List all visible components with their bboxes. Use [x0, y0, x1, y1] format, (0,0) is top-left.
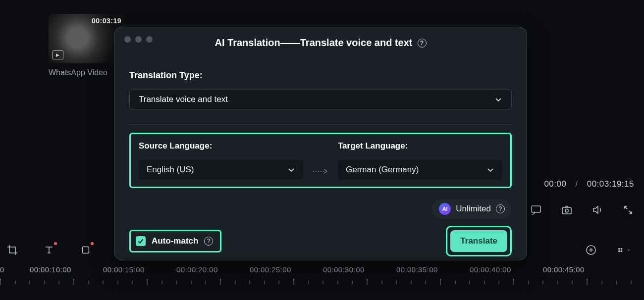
- translation-type-value: Translate voice and text: [139, 95, 228, 104]
- ruler-label: 00:00:15:00: [103, 265, 176, 274]
- track-view-icon[interactable]: [617, 244, 630, 256]
- svg-rect-1: [562, 207, 571, 214]
- ai-translation-dialog: AI Translation——Translate voice and text…: [114, 27, 527, 260]
- playback-total: 00:03:19:15: [587, 179, 634, 189]
- chevron-down-icon: [494, 96, 502, 103]
- target-language-value: German (Germany): [346, 165, 419, 175]
- volume-icon[interactable]: [591, 204, 603, 216]
- window-controls[interactable]: [124, 36, 153, 43]
- target-language-select[interactable]: German (Germany): [338, 160, 502, 180]
- svg-rect-10: [621, 251, 622, 252]
- chevron-down-icon: [287, 166, 295, 174]
- timeline-ruler[interactable]: 0 00:00:10:00 00:00:15:00 00:00:20:00 00…: [0, 265, 644, 295]
- translate-button-highlight: Translate: [446, 226, 512, 256]
- clip-duration: 00:03:19: [92, 17, 121, 25]
- svg-rect-5: [618, 248, 620, 249]
- chevron-down-icon: [486, 166, 494, 174]
- ruler-label: 00:00:25:00: [250, 265, 323, 274]
- clip-type-icon: ▶: [53, 50, 63, 59]
- ruler-label: 00:00:10:00: [30, 265, 103, 274]
- svg-point-2: [565, 209, 568, 212]
- translation-type-select[interactable]: Translate voice and text: [129, 90, 512, 109]
- arrow-right-icon: [303, 141, 338, 180]
- auto-match-highlight: Auto-match ?: [129, 230, 221, 252]
- media-caption: WhatsApp Video: [49, 68, 107, 77]
- svg-rect-6: [618, 250, 620, 250]
- target-language-label: Target Language:: [338, 141, 502, 151]
- unlimited-text: Unlimited: [456, 204, 491, 214]
- svg-rect-0: [532, 206, 540, 212]
- ruler-label: 00:00:35:00: [396, 265, 470, 274]
- ruler-label: 0: [0, 265, 30, 274]
- window-minimize-icon[interactable]: [135, 36, 142, 43]
- auto-match-label: Auto-match: [152, 236, 198, 246]
- svg-rect-7: [618, 251, 620, 252]
- dialog-title: AI Translation——Translate voice and text…: [129, 37, 512, 49]
- source-language-select[interactable]: English (US): [139, 160, 303, 180]
- help-icon[interactable]: ?: [204, 237, 213, 246]
- translation-type-label: Translation Type:: [129, 70, 512, 81]
- translate-button[interactable]: Translate: [450, 230, 507, 252]
- source-language-value: English (US): [147, 165, 194, 175]
- ai-badge-icon: AI: [439, 203, 451, 215]
- cast-screen-icon[interactable]: [530, 204, 542, 216]
- window-zoom-icon[interactable]: [146, 36, 153, 43]
- snapshot-icon[interactable]: [561, 204, 573, 216]
- fullscreen-icon[interactable]: [622, 204, 634, 216]
- language-selection-highlight: Source Language: English (US) Target Lan…: [129, 133, 512, 188]
- source-language-label: Source Language:: [139, 141, 303, 151]
- playback-current: 00:00: [544, 179, 566, 189]
- playback-separator: /: [575, 179, 578, 189]
- ruler-label: 00:00:30:00: [323, 265, 396, 274]
- svg-rect-8: [621, 248, 622, 249]
- ruler-label: 00:00:40:00: [470, 265, 543, 274]
- ruler-label: 00:00:45:00: [543, 265, 616, 274]
- shape-tool-icon[interactable]: [79, 244, 92, 256]
- playback-time-display: 00:00 / 00:03:19:15: [544, 179, 634, 189]
- ruler-label: 00:00:20:00: [176, 265, 250, 274]
- help-icon[interactable]: ?: [496, 204, 505, 213]
- add-marker-icon[interactable]: [585, 244, 597, 256]
- window-close-icon[interactable]: [124, 36, 131, 43]
- auto-match-checkbox[interactable]: [136, 236, 146, 246]
- help-icon[interactable]: ?: [418, 39, 427, 48]
- unlimited-credits-pill[interactable]: AI Unlimited ?: [432, 199, 512, 219]
- crop-icon[interactable]: [6, 244, 19, 256]
- text-tool-icon[interactable]: [43, 244, 55, 256]
- svg-rect-3: [83, 247, 89, 253]
- dialog-title-text: AI Translation——Translate voice and text: [215, 37, 412, 49]
- svg-rect-9: [621, 250, 622, 250]
